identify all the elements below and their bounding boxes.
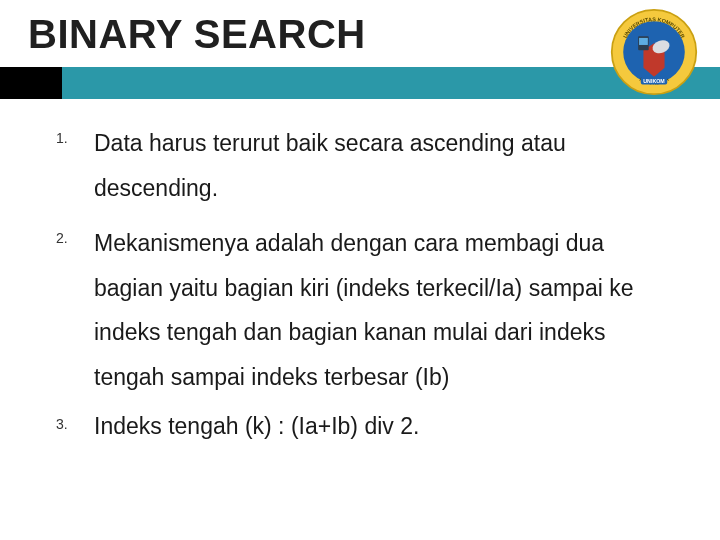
logo-name: UNIKOM <box>643 78 665 84</box>
accent-black-segment <box>0 67 62 99</box>
list-number: 3. <box>56 410 94 432</box>
university-logo: UNIVERSITAS KOMPUTER INDONESIA UNIKOM <box>610 8 698 96</box>
list-number: 2. <box>56 221 94 246</box>
slide: BINARY SEARCH UNIVERSITAS KOMPUTER INDON… <box>0 0 720 540</box>
logo-badge-icon: UNIVERSITAS KOMPUTER INDONESIA UNIKOM <box>610 8 698 96</box>
list-item: 3. Indeks tengah (k) : (Ia+Ib) div 2. <box>56 410 670 442</box>
list-text: Indeks tengah (k) : (Ia+Ib) div 2. <box>94 410 419 442</box>
svg-rect-4 <box>639 38 648 45</box>
list-text: Mekanismenya adalah dengan cara membagi … <box>94 221 670 400</box>
content-area: 1. Data harus terurut baik secara ascend… <box>0 99 720 442</box>
list-number: 1. <box>56 121 94 146</box>
list-text: Data harus terurut baik secara ascending… <box>94 121 670 211</box>
list-item: 1. Data harus terurut baik secara ascend… <box>56 121 670 211</box>
list-item: 2. Mekanismenya adalah dengan cara memba… <box>56 221 670 400</box>
